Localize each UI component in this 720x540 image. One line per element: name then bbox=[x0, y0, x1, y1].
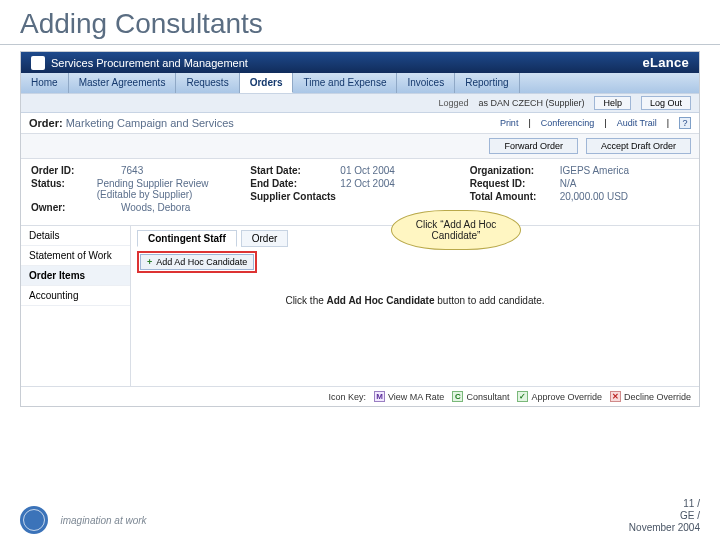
view-ma-rate-icon: M bbox=[374, 391, 385, 402]
logged-user: as DAN CZECH (Supplier) bbox=[478, 98, 584, 108]
order-body: Details Statement of Work Order Items Ac… bbox=[21, 226, 699, 386]
subtab-order[interactable]: Order bbox=[241, 230, 289, 247]
content-pane: Contingent Staff Order Click “Add Ad Hoc… bbox=[131, 226, 699, 386]
owner-label: Owner: bbox=[31, 202, 121, 213]
request-id-value: N/A bbox=[560, 178, 577, 189]
titlebar: Services Procurement and Management eLan… bbox=[21, 52, 699, 73]
callout-text: Click “Add Ad Hoc Candidate” bbox=[391, 210, 521, 250]
page-number: 11 / bbox=[629, 498, 700, 510]
start-date-value: 01 Oct 2004 bbox=[340, 165, 394, 176]
subtab-contingent-staff[interactable]: Contingent Staff bbox=[137, 230, 237, 247]
approve-override-icon: ✓ bbox=[517, 391, 528, 402]
sidemenu-accounting[interactable]: Accounting bbox=[21, 286, 130, 306]
order-header: Order: Marketing Campaign and Services P… bbox=[21, 113, 699, 134]
main-nav: Home Master Agreements Requests Orders T… bbox=[21, 73, 699, 93]
tab-orders[interactable]: Orders bbox=[240, 73, 294, 93]
tab-invoices[interactable]: Invoices bbox=[397, 73, 455, 93]
icon-key: Icon Key: MView MA Rate CConsultant ✓App… bbox=[21, 386, 699, 406]
sidemenu-order-items[interactable]: Order Items bbox=[21, 266, 130, 286]
ge-mark: GE / bbox=[629, 510, 700, 522]
organization-label: Organization: bbox=[470, 165, 560, 176]
help-button[interactable]: Help bbox=[594, 96, 631, 110]
hint-text: Click the Add Ad Hoc Candidate button to… bbox=[137, 273, 693, 328]
conferencing-link[interactable]: Conferencing bbox=[541, 118, 595, 128]
logout-button[interactable]: Log Out bbox=[641, 96, 691, 110]
status-label: Status: bbox=[31, 178, 97, 200]
audit-trail-link[interactable]: Audit Trail bbox=[617, 118, 657, 128]
order-label: Order: bbox=[29, 117, 63, 129]
status-value: Pending Supplier Review (Editable by Sup… bbox=[97, 178, 251, 200]
organization-value: IGEPS America bbox=[560, 165, 629, 176]
order-name: Marketing Campaign and Services bbox=[66, 117, 234, 129]
end-date-label: End Date: bbox=[250, 178, 340, 189]
tagline: imagination at work bbox=[60, 515, 146, 526]
sidemenu-sow[interactable]: Statement of Work bbox=[21, 246, 130, 266]
owner-value: Woods, Debora bbox=[121, 202, 190, 213]
plus-icon: + bbox=[147, 257, 152, 267]
add-adhoc-highlight: + Add Ad Hoc Candidate bbox=[137, 251, 257, 273]
ge-logo-icon bbox=[20, 506, 48, 534]
add-adhoc-candidate-button[interactable]: + Add Ad Hoc Candidate bbox=[140, 254, 254, 270]
consultant-icon: C bbox=[452, 391, 463, 402]
slide-footer: imagination at work 11 / GE / November 2… bbox=[20, 498, 700, 534]
tab-reporting[interactable]: Reporting bbox=[455, 73, 519, 93]
tab-requests[interactable]: Requests bbox=[176, 73, 239, 93]
order-id-label: Order ID: bbox=[31, 165, 121, 176]
decline-override-icon: ✕ bbox=[610, 391, 621, 402]
app-logo-icon bbox=[31, 56, 45, 70]
print-link[interactable]: Print bbox=[500, 118, 519, 128]
action-bar: Forward Order Accept Draft Order bbox=[21, 134, 699, 159]
forward-order-button[interactable]: Forward Order bbox=[489, 138, 578, 154]
end-date-value: 12 Oct 2004 bbox=[340, 178, 394, 189]
sidemenu-details[interactable]: Details bbox=[21, 226, 130, 246]
total-amount-value: 20,000.00 USD bbox=[560, 191, 628, 202]
vendor-brand: eLance bbox=[642, 55, 689, 70]
footer-date: November 2004 bbox=[629, 522, 700, 534]
accept-draft-order-button[interactable]: Accept Draft Order bbox=[586, 138, 691, 154]
supplier-contacts-label: Supplier Contacts bbox=[250, 191, 340, 202]
order-id-value: 7643 bbox=[121, 165, 143, 176]
tab-home[interactable]: Home bbox=[21, 73, 69, 93]
add-adhoc-label: Add Ad Hoc Candidate bbox=[156, 257, 247, 267]
start-date-label: Start Date: bbox=[250, 165, 340, 176]
logged-label: Logged bbox=[438, 98, 468, 108]
request-id-label: Request ID: bbox=[470, 178, 560, 189]
app-window: Services Procurement and Management eLan… bbox=[20, 51, 700, 407]
tab-time-expense[interactable]: Time and Expense bbox=[293, 73, 397, 93]
icon-key-label: Icon Key: bbox=[328, 392, 366, 402]
user-bar: Logged as DAN CZECH (Supplier) Help Log … bbox=[21, 93, 699, 113]
app-name: Services Procurement and Management bbox=[51, 57, 248, 69]
callout: Click “Add Ad Hoc Candidate” bbox=[391, 210, 521, 250]
total-amount-label: Total Amount: bbox=[470, 191, 560, 202]
tab-master-agreements[interactable]: Master Agreements bbox=[69, 73, 177, 93]
order-meta: Order ID:7643 Status:Pending Supplier Re… bbox=[21, 159, 699, 226]
side-menu: Details Statement of Work Order Items Ac… bbox=[21, 226, 131, 386]
help-icon[interactable]: ? bbox=[679, 117, 691, 129]
slide-title: Adding Consultants bbox=[0, 0, 720, 45]
